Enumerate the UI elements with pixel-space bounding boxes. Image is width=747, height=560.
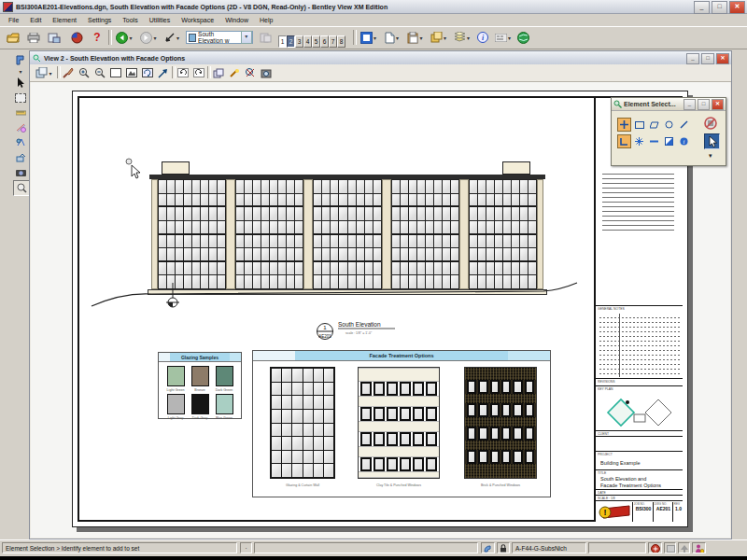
tool-annotate[interactable] — [13, 135, 28, 149]
clip-volume-button[interactable] — [243, 66, 257, 79]
drawing-sheet[interactable]: 1 AE201 South Elevation scale : 1/8" = 1… — [72, 91, 688, 527]
fit-view-button[interactable] — [124, 66, 138, 79]
swatch-color[interactable] — [167, 366, 185, 386]
clipboard-button[interactable]: ▾ — [404, 29, 426, 46]
window-area-button[interactable] — [108, 66, 122, 79]
element-select-title: Element Select... — [624, 101, 682, 107]
tool-fence[interactable] — [13, 91, 28, 105]
menu-element[interactable]: Element — [48, 16, 81, 24]
new-file-button[interactable]: ▾ — [381, 29, 402, 46]
mode-invert-button[interactable] — [662, 134, 676, 148]
tool-dimension[interactable] — [13, 120, 28, 134]
swatch-color[interactable] — [191, 366, 209, 386]
view-next-button[interactable] — [191, 66, 205, 79]
select-set-indicator[interactable] — [678, 542, 690, 553]
mode-add-button[interactable] — [632, 134, 646, 148]
menu-help[interactable]: Help — [255, 16, 277, 24]
tool-measure[interactable] — [13, 105, 28, 119]
select-circle-button[interactable] — [662, 118, 676, 132]
tool-camera[interactable] — [13, 165, 28, 179]
open-file-button[interactable] — [4, 29, 22, 46]
select-all-button[interactable] — [704, 133, 720, 149]
references-button[interactable]: ▾ — [451, 29, 472, 46]
clip-mask-button[interactable] — [259, 66, 273, 79]
swatch-color[interactable] — [216, 394, 233, 414]
tool-group-dropdown[interactable]: ▾ — [13, 68, 28, 75]
print-preview-button[interactable] — [45, 29, 63, 46]
menu-settings[interactable]: Settings — [83, 16, 116, 24]
mode-subtract-button[interactable] — [647, 134, 661, 148]
back-button[interactable]: ▾ — [113, 29, 135, 46]
view-client-area[interactable]: 1 AE201 South Elevation scale : 1/8" = 1… — [31, 82, 730, 538]
models-button[interactable]: ▾ — [428, 29, 449, 46]
web-browser-button[interactable] — [515, 29, 531, 46]
close-button[interactable]: ✕ — [729, 1, 745, 14]
view-toggle-7[interactable]: 7 — [329, 35, 337, 48]
view-control-button[interactable]: ▾ — [162, 29, 182, 46]
view-toggle-1[interactable]: 1 — [278, 35, 287, 48]
select-individual-button[interactable] — [617, 118, 631, 132]
swatch-color[interactable] — [167, 394, 185, 414]
menu-utilities[interactable]: Utilities — [145, 16, 176, 24]
view-toggle-3[interactable]: 3 — [295, 35, 303, 48]
locks-indicator[interactable] — [497, 542, 510, 553]
menu-window[interactable]: Window — [220, 16, 253, 24]
view-toggle-8[interactable]: 8 — [337, 35, 345, 48]
view-toggle-5[interactable]: 5 — [312, 35, 320, 48]
digital-rights-indicator[interactable] — [692, 542, 706, 553]
menu-edit[interactable]: Edit — [25, 16, 46, 24]
swatch-color[interactable] — [216, 366, 233, 386]
fence-indicator[interactable] — [664, 542, 676, 553]
restore-button[interactable]: □ — [712, 1, 727, 14]
active-level-field[interactable]: A-F44-G-SubsNich — [512, 542, 586, 553]
zoom-in-button[interactable] — [77, 66, 91, 79]
view-restore-button[interactable]: □ — [701, 53, 714, 64]
menu-tools[interactable]: Tools — [118, 16, 142, 24]
tool-links[interactable] — [13, 150, 28, 164]
app-icon — [3, 2, 13, 12]
view-toggle-2[interactable]: 2 — [287, 35, 295, 48]
dialog-pin-button[interactable]: □ — [698, 99, 710, 110]
saved-view-dropdown[interactable]: ▾ — [241, 31, 252, 44]
mode-new-button[interactable] — [617, 134, 631, 148]
info-button[interactable]: i — [474, 29, 490, 46]
menu-file[interactable]: File — [4, 16, 23, 24]
primary-tools-button[interactable]: ▾ — [358, 29, 379, 46]
rotate-view-button[interactable] — [140, 66, 154, 79]
select-line-button[interactable] — [677, 118, 691, 132]
accudraw-button[interactable]: ▾ — [492, 29, 514, 46]
forward-button[interactable]: ▾ — [137, 29, 160, 46]
swatch-color[interactable] — [191, 394, 209, 414]
snap-mode-indicator[interactable] — [481, 542, 495, 553]
view-minimize-button[interactable]: _ — [686, 53, 699, 64]
update-view-button[interactable] — [61, 66, 75, 79]
view-brightness-button[interactable] — [227, 66, 241, 79]
do-not-disturb-indicator[interactable] — [648, 542, 662, 553]
view-title-bar[interactable]: View 2 - South Elevation with Facade Opt… — [30, 51, 731, 65]
apply-view-button[interactable] — [257, 29, 274, 46]
menu-workspace[interactable]: Workspace — [176, 16, 218, 24]
saved-view-combo[interactable]: South Elevation w ▾ — [186, 31, 253, 44]
view-close-button[interactable]: ✕ — [716, 53, 729, 64]
help-button[interactable]: ? — [90, 29, 105, 46]
print-button[interactable] — [24, 29, 43, 46]
mode-all-button[interactable]: i — [677, 134, 691, 148]
tool-element-selection-group[interactable] — [13, 53, 28, 67]
tool-pointer[interactable] — [13, 76, 28, 90]
view-previous-button[interactable] — [176, 66, 190, 79]
pan-view-button[interactable] — [156, 66, 170, 79]
view-display-button[interactable]: ▾ — [34, 66, 54, 79]
compass-button[interactable] — [67, 29, 86, 46]
tool-zoom[interactable] — [13, 180, 30, 196]
copy-view-button[interactable] — [211, 66, 225, 79]
select-shape-button[interactable] — [647, 118, 661, 132]
select-block-button[interactable] — [632, 118, 646, 132]
minimize-button[interactable]: _ — [694, 1, 710, 14]
dialog-expand-arrow[interactable]: ▾ — [709, 152, 712, 160]
zoom-out-button[interactable] — [92, 66, 106, 79]
dialog-close-button[interactable]: ✕ — [712, 99, 724, 110]
view-toggle-4[interactable]: 4 — [303, 35, 312, 48]
view-toggle-6[interactable]: 6 — [320, 35, 329, 48]
element-select-title-bar[interactable]: Element Select... _ □ ✕ — [612, 98, 726, 111]
dialog-minimize-button[interactable]: _ — [684, 99, 696, 110]
